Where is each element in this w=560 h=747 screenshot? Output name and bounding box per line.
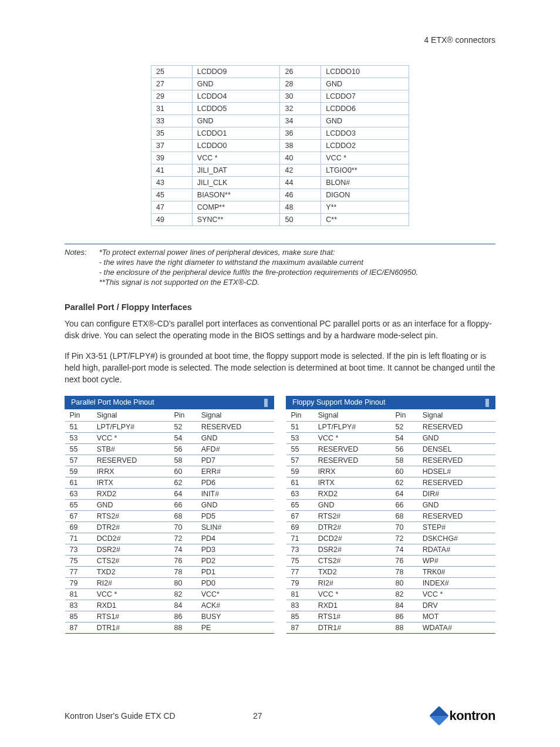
cell: 58 <box>390 455 417 466</box>
cell: DRV <box>418 600 495 611</box>
notes-line: **This signal is not supported on the ET… <box>99 278 495 287</box>
table-row: 45BIASON**46DIGON <box>151 189 409 201</box>
cell: 47 <box>151 201 193 214</box>
cell: INIT# <box>197 489 274 500</box>
cell: 46 <box>280 189 321 201</box>
cell: 57 <box>286 455 313 466</box>
table-row: 81VCC *82VCC * <box>286 589 495 600</box>
cell: 80 <box>169 578 196 589</box>
cell: STB# <box>92 444 170 455</box>
col-header: Signal <box>313 409 391 422</box>
cell: VCC* <box>197 589 274 600</box>
cell: 29 <box>151 90 193 103</box>
signal-table-top: 25LCDDO926LCDDO1027GND28GND29LCDDO430LCD… <box>151 65 409 226</box>
cell: 64 <box>169 489 196 500</box>
col-header: Signal <box>92 409 170 422</box>
cell: RESERVED <box>418 511 495 522</box>
table-row: 59IRRX60ERR# <box>65 466 274 477</box>
cell: GND <box>92 500 170 511</box>
cell: 62 <box>390 477 417 489</box>
cell: RESERVED <box>197 422 274 433</box>
cell: GND <box>197 500 274 511</box>
cell: 40 <box>280 152 321 164</box>
cell: DSR2# <box>313 544 391 556</box>
cell: 60 <box>169 466 196 477</box>
cell: 76 <box>169 556 196 567</box>
notes-label: Notes: <box>65 248 97 257</box>
notes-line: *To protect external power lines of peri… <box>99 248 495 257</box>
cell: RESERVED <box>418 477 495 489</box>
cell: LCDDO2 <box>321 140 409 152</box>
cell: DCD2# <box>92 533 170 544</box>
table-row: 75CTS2#76WP# <box>286 556 495 567</box>
cell: GND <box>321 115 409 127</box>
notes-block: Notes: *To protect external power lines … <box>65 248 495 288</box>
cell: 45 <box>151 189 193 201</box>
cell: LCDDO1 <box>192 127 280 140</box>
cell: 78 <box>390 567 417 578</box>
table-row: 77TXD278TRK0# <box>286 567 495 578</box>
cell: PD3 <box>197 544 274 556</box>
table-row: 73DSR2#74RDATA# <box>286 544 495 556</box>
cell: SYNC** <box>192 214 280 226</box>
cell: 32 <box>280 103 321 115</box>
table-row: 87DTR1#88PE <box>65 622 274 634</box>
cell: RTS1# <box>313 611 391 622</box>
table-row: 71DCD2#72DSKCHG# <box>286 533 495 544</box>
col-header: Pin <box>286 409 313 422</box>
table-row: 51LPT/FLPY#52RESERVED <box>286 422 495 433</box>
cell: LCDDO10 <box>321 66 409 78</box>
kontron-icon <box>429 706 449 726</box>
cell: VCC * <box>92 589 170 600</box>
cell: VCC * <box>321 152 409 164</box>
cell: 81 <box>65 589 92 600</box>
cell: 27 <box>151 78 193 90</box>
page-number: 27 <box>253 711 262 721</box>
cell: 87 <box>286 622 313 634</box>
cell: Y** <box>321 201 409 214</box>
cell: 73 <box>65 544 92 556</box>
cell: 88 <box>390 622 417 634</box>
cell: 63 <box>286 489 313 500</box>
cell: 82 <box>390 589 417 600</box>
cell: 79 <box>65 578 92 589</box>
cell: 67 <box>286 511 313 522</box>
cell: VCC * <box>313 433 391 444</box>
table-row: 61IRTX62RESERVED <box>286 477 495 489</box>
cell: DSR2# <box>92 544 170 556</box>
cell: LCDDO3 <box>321 127 409 140</box>
cell: 69 <box>65 522 92 533</box>
table-row: 25LCDDO926LCDDO10 <box>151 66 409 78</box>
cell: CTS2# <box>92 556 170 567</box>
cell: 83 <box>286 600 313 611</box>
cell: 84 <box>390 600 417 611</box>
table-row: 47COMP**48Y** <box>151 201 409 214</box>
cell: GND <box>197 433 274 444</box>
table-row: 53VCC *54GND <box>286 433 495 444</box>
cell: 57 <box>65 455 92 466</box>
cell: DCD2# <box>313 533 391 544</box>
cell: 42 <box>280 164 321 177</box>
cell: RESERVED <box>313 444 391 455</box>
cell: 63 <box>65 489 92 500</box>
cell: DIR# <box>418 489 495 500</box>
cell: 55 <box>65 444 92 455</box>
cell: 53 <box>286 433 313 444</box>
cell: 73 <box>286 544 313 556</box>
cell: RESERVED <box>418 422 495 433</box>
table-row: 63RXD264INIT# <box>65 489 274 500</box>
cell: AFD# <box>197 444 274 455</box>
page-footer: Kontron User's Guide ETX CD 27 kontron <box>65 708 495 724</box>
cell: 37 <box>151 140 193 152</box>
cell: RTS2# <box>92 511 170 522</box>
cell: 31 <box>151 103 193 115</box>
cell: 75 <box>65 556 92 567</box>
cell: RESERVED <box>418 455 495 466</box>
cell: LCDDO5 <box>192 103 280 115</box>
cell: C** <box>321 214 409 226</box>
cell: LCDDO4 <box>192 90 280 103</box>
cell: 39 <box>151 152 193 164</box>
cell: 70 <box>390 522 417 533</box>
notes-line: - the wires have the right diameter to w… <box>99 258 495 267</box>
cell: DTR1# <box>313 622 391 634</box>
